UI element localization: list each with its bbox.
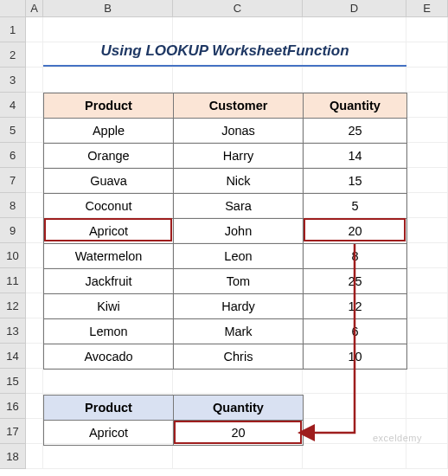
row-header-10[interactable]: 10 xyxy=(0,243,26,268)
cell[interactable] xyxy=(406,344,448,369)
cell[interactable] xyxy=(303,17,406,42)
row-header-14[interactable]: 14 xyxy=(0,344,26,369)
cell-customer[interactable]: John xyxy=(174,219,304,244)
row-header-18[interactable]: 18 xyxy=(0,444,26,469)
lookup-quantity-cell[interactable]: 20 xyxy=(174,421,304,446)
cell[interactable] xyxy=(406,293,448,318)
cell-quantity[interactable]: 20 xyxy=(304,219,407,244)
row-header-4[interactable]: 4 xyxy=(0,93,26,118)
row-header-9[interactable]: 9 xyxy=(0,218,26,243)
cell-customer[interactable]: Leon xyxy=(174,244,304,269)
cell[interactable] xyxy=(26,369,43,394)
cell[interactable] xyxy=(26,344,43,369)
cell[interactable] xyxy=(303,444,406,469)
cell[interactable] xyxy=(406,394,448,419)
cell[interactable] xyxy=(26,293,43,318)
cell[interactable] xyxy=(406,193,448,218)
cell[interactable] xyxy=(43,17,173,42)
row-header-3[interactable]: 3 xyxy=(0,68,26,93)
cell[interactable] xyxy=(26,318,43,344)
row-header-13[interactable]: 13 xyxy=(0,318,26,344)
col-header-A[interactable]: A xyxy=(26,0,43,16)
cell[interactable] xyxy=(406,68,448,93)
row-header-6[interactable]: 6 xyxy=(0,143,26,168)
cell[interactable] xyxy=(43,68,173,93)
cell-product[interactable]: Apricot xyxy=(44,219,174,244)
cell-product[interactable]: Coconut xyxy=(44,194,174,219)
cell-quantity[interactable]: 5 xyxy=(304,194,407,219)
cell[interactable] xyxy=(26,444,43,469)
header-product[interactable]: Product xyxy=(44,93,174,119)
cell[interactable] xyxy=(26,42,43,68)
row-header-7[interactable]: 7 xyxy=(0,168,26,193)
cell[interactable] xyxy=(26,268,43,293)
cell[interactable] xyxy=(406,168,448,193)
cell[interactable] xyxy=(26,68,43,93)
cell-customer[interactable]: Mark xyxy=(174,319,304,344)
row-header-16[interactable]: 16 xyxy=(0,394,26,419)
cell[interactable] xyxy=(26,93,43,118)
cell[interactable] xyxy=(26,143,43,168)
row-header-17[interactable]: 17 xyxy=(0,419,26,444)
row-header-11[interactable]: 11 xyxy=(0,268,26,293)
cell[interactable] xyxy=(26,419,43,444)
cell-quantity[interactable]: 6 xyxy=(304,319,407,344)
cell-customer[interactable]: Chris xyxy=(174,344,304,370)
cell[interactable] xyxy=(406,143,448,168)
cell[interactable] xyxy=(406,318,448,344)
cell-quantity[interactable]: 25 xyxy=(304,119,407,144)
cell-quantity[interactable]: 12 xyxy=(304,294,407,319)
cell-product[interactable]: Guava xyxy=(44,169,174,194)
cell-product[interactable]: Orange xyxy=(44,144,174,169)
lookup-header-product[interactable]: Product xyxy=(44,396,174,421)
cell[interactable] xyxy=(26,193,43,218)
cell[interactable] xyxy=(303,394,406,419)
cell[interactable] xyxy=(43,444,173,469)
cell[interactable] xyxy=(406,218,448,243)
col-header-C[interactable]: C xyxy=(173,0,303,16)
cell[interactable] xyxy=(26,118,43,143)
cell[interactable] xyxy=(26,218,43,243)
lookup-product-cell[interactable]: Apricot xyxy=(44,421,174,446)
cell[interactable] xyxy=(43,369,173,394)
header-customer[interactable]: Customer xyxy=(174,93,304,119)
cell[interactable] xyxy=(173,444,303,469)
cell-quantity[interactable]: 15 xyxy=(304,169,407,194)
cell-customer[interactable]: Jonas xyxy=(174,119,304,144)
cell-customer[interactable]: Harry xyxy=(174,144,304,169)
cell-product[interactable]: Jackfruit xyxy=(44,269,174,294)
cell[interactable] xyxy=(406,268,448,293)
col-header-B[interactable]: B xyxy=(43,0,173,16)
cell[interactable] xyxy=(26,394,43,419)
cell[interactable] xyxy=(173,17,303,42)
cell-customer[interactable]: Sara xyxy=(174,194,304,219)
cell-product[interactable]: Lemon xyxy=(44,319,174,344)
cell-quantity[interactable]: 8 xyxy=(304,244,407,269)
cell[interactable] xyxy=(406,93,448,118)
cell-product[interactable]: Avocado xyxy=(44,344,174,370)
row-header-5[interactable]: 5 xyxy=(0,118,26,143)
cell[interactable] xyxy=(406,369,448,394)
cell[interactable] xyxy=(173,369,303,394)
cell-product[interactable]: Apple xyxy=(44,119,174,144)
col-header-E[interactable]: E xyxy=(406,0,448,16)
row-header-15[interactable]: 15 xyxy=(0,369,26,394)
row-header-8[interactable]: 8 xyxy=(0,193,26,218)
cell[interactable] xyxy=(406,243,448,268)
cell[interactable] xyxy=(406,444,448,469)
cell[interactable] xyxy=(406,42,448,68)
cell[interactable] xyxy=(303,68,406,93)
cell[interactable] xyxy=(26,243,43,268)
row-header-2[interactable]: 2 xyxy=(0,42,26,68)
cell[interactable] xyxy=(303,369,406,394)
cell-quantity[interactable]: 14 xyxy=(304,144,407,169)
lookup-header-quantity[interactable]: Quantity xyxy=(174,396,304,421)
row-header-12[interactable]: 12 xyxy=(0,293,26,318)
cell-product[interactable]: Watermelon xyxy=(44,244,174,269)
cell-quantity[interactable]: 25 xyxy=(304,269,407,294)
cell[interactable] xyxy=(406,17,448,42)
cell[interactable] xyxy=(26,168,43,193)
select-all-corner[interactable] xyxy=(0,0,26,16)
cell[interactable] xyxy=(26,17,43,42)
cell-product[interactable]: Kiwi xyxy=(44,294,174,319)
